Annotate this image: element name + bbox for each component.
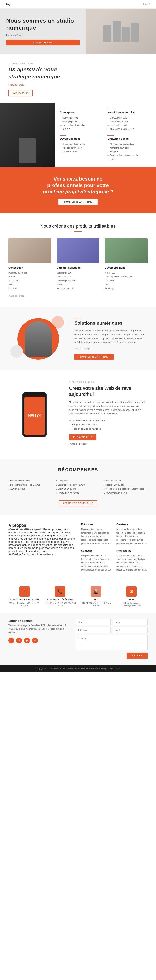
list-item: Marketing d'affiliation (56, 279, 100, 283)
email-icon: ✉ (126, 586, 137, 597)
product-card-commercialisation: Commercialisation Marketing SEO Optimisa… (56, 238, 100, 291)
list-item: Logo et Google de liaison (60, 124, 103, 127)
form-message-input[interactable] (76, 635, 148, 650)
location-icon: 📍 (19, 586, 30, 597)
recompenses-title: RÉCOMPENSES (8, 467, 148, 473)
apropos-section: À propos offres et propriétés en particu… (0, 515, 156, 580)
products-section: Nous créons des produits utilisables Con… (0, 213, 156, 307)
list-item: Optimisation EC (56, 275, 100, 279)
apropos-grid: Futuristes Nos prestations sont le bon f… (81, 523, 148, 571)
create-title: Créez votre site Web de rêve aujourd'hui (69, 385, 148, 397)
product-conception-title: Conception (8, 266, 51, 269)
apropos-realisateurs-text: Nos prestations sont le bon fondement et… (116, 554, 148, 571)
products-image-credit: Image de Pexels (8, 295, 24, 297)
hero-image (86, 8, 156, 54)
list-item: Adobe mYm à la pointe de la technologie (104, 487, 148, 491)
services-section: Conception Conception Web offres graphiq… (0, 102, 156, 167)
contact-fax-value: +33 (0)1 234 567 89 +33 (0)1 234 567 89 (80, 602, 112, 607)
list-item: Médias et communication (107, 142, 151, 146)
service-developpement-list: Conception d'interaction Marketing d'aff… (60, 142, 103, 154)
solutions-section: Solutions numériques Nos jours et nuits … (0, 307, 156, 370)
list-item: Site FWA du jour (104, 479, 148, 483)
hero-title: Nous sommes un studio numérique (6, 17, 80, 31)
form-subject-input[interactable] (113, 627, 148, 633)
list-item: Support PWA à la pointe (69, 423, 148, 427)
about-title: Un aperçu de votre stratégie numérique. (8, 66, 148, 80)
phone-icon: 📞 (55, 586, 65, 597)
form-name-input[interactable] (76, 619, 111, 625)
page-number: Page 3 (143, 3, 150, 5)
solutions-cta-button[interactable]: COMMENCER MAINTENANT (74, 354, 114, 360)
list-item: Application mobile et PDA (107, 127, 151, 131)
list-item: Doc Web (8, 286, 51, 291)
list-item: Rédaction d'articles (56, 286, 100, 291)
hero-subtitle: Image de Pexels (6, 34, 80, 36)
contact-email-value: info@studio.com contact@studio.com (115, 602, 148, 607)
page-footer: Copyright © 2024 Au Studio. Tous droits … (0, 665, 156, 672)
contact-bar: 📍 NOTRE BUREAU PRINCIPAL 123 rue du faub… (0, 580, 156, 613)
hero-section: Nous sommes un studio numérique Image de… (0, 8, 156, 54)
list-item: Front-end (105, 279, 148, 283)
list-item: Maquette de produit (8, 271, 51, 275)
product-image-overlay (56, 238, 100, 263)
services-image (0, 102, 55, 167)
about-title-italic: stratégie numérique (8, 73, 60, 80)
create-content: À PROPOS DE NOUS Créez votre site Web de… (69, 381, 148, 449)
list-item: Récompense Webby (8, 479, 52, 483)
contact-bureau-label: NOTRE BUREAU PRINCIPAL (10, 598, 40, 600)
list-item: PHP (105, 283, 148, 286)
cta-band-title: Vous avez besoin de professionnels pour … (8, 176, 148, 195)
hero-cta-button[interactable]: EN SAVOIR PLUS (6, 40, 80, 45)
list-item: SADB (56, 283, 100, 286)
apropos-col-realisateurs: Réalisateurs Nos prestations sont le bon… (116, 549, 148, 571)
twitter-icon[interactable]: 𝕏 (16, 638, 22, 643)
products-divider (74, 231, 82, 232)
list-item: Illustrations (8, 279, 51, 283)
list-item: Mobile FWA du jour (104, 483, 148, 487)
hero-left: Nous sommes un studio numérique Image de… (0, 8, 86, 54)
linkedin-icon[interactable]: in (32, 638, 38, 643)
solutions-title: Solutions numériques (74, 320, 148, 326)
create-cta-button[interactable]: EN SAVOIR PLUS (69, 434, 96, 440)
product-card-conception: Conception Maquette de produit Marque Il… (8, 238, 51, 291)
solutions-description: Nos jours et nuits vous seront dédiés de… (74, 329, 148, 344)
service-conception-list: Conception Web offres graphiques Logo et… (60, 116, 103, 131)
service-card-developpement: Développement Conception d'interaction M… (60, 135, 103, 161)
product-conception-list: Maquette de produit Marque Illustrations… (8, 271, 51, 291)
contact-bureau: 📍 NOTRE BUREAU PRINCIPAL 123 rue du faub… (8, 586, 41, 607)
list-item: Conception tablette (107, 120, 151, 124)
list-item: Marketing d'affiliation (60, 146, 103, 150)
youtube-icon[interactable]: ▶ (24, 638, 30, 643)
apropos-tagline: Au Design Studio, nous informatisons (8, 553, 75, 556)
recompenses-col-3: Site FWA du jour Mobile FWA du jour Adob… (104, 479, 148, 495)
solutions-person (25, 321, 52, 356)
list-item: Propriété Commission en achat (107, 154, 151, 158)
phone-screen: HELLO! (24, 397, 45, 435)
form-phone-input[interactable] (76, 627, 111, 633)
apropos-col-futuristes: Futuristes Nos prestations sont le bon f… (81, 523, 112, 545)
list-item: Réel (107, 158, 151, 161)
facebook-icon[interactable]: f (8, 638, 14, 643)
apropos-createurs-title: Stratèges (81, 549, 112, 552)
about-values-button[interactable]: NOS VALEURS (8, 90, 33, 96)
list-item: Conception d'interaction (60, 142, 103, 146)
list-item: Prise en charge de multiples (69, 427, 148, 431)
list-item: Bloggers (107, 150, 151, 154)
list-item: Expérience interactive SADB (56, 483, 100, 487)
product-card-developpement: Développement WordPress Développement d'… (105, 238, 148, 291)
logo: logo (6, 3, 13, 6)
solutions-circle-accent-2 (10, 345, 23, 358)
list-item: Conception Web (60, 116, 103, 120)
recompenses-cta-button[interactable]: APPRENDRE DES EN PLUS (59, 500, 97, 506)
service-card-marketing: Marketing social Médias et communication… (107, 135, 151, 161)
products-footer: Image de Pexels (8, 295, 148, 297)
create-description: Notre équipe d'experts de haut niveau pe… (69, 400, 148, 416)
phone-mockup: HELLO! (22, 392, 47, 438)
list-item: Site CSSDA de l'année (56, 491, 100, 495)
form-email-input[interactable] (113, 619, 148, 625)
form-submit-button[interactable]: Soumettre (127, 652, 148, 659)
apropos-createurs-text: Nos prestations sont le bon fondement et… (81, 554, 112, 571)
list-item: Un spectacle (56, 479, 100, 483)
cta-band-button[interactable]: COMMENCER MAINTENANT (58, 199, 98, 205)
apropos-strategies-text: Nos prestations sont le bon fondement et… (116, 528, 148, 545)
